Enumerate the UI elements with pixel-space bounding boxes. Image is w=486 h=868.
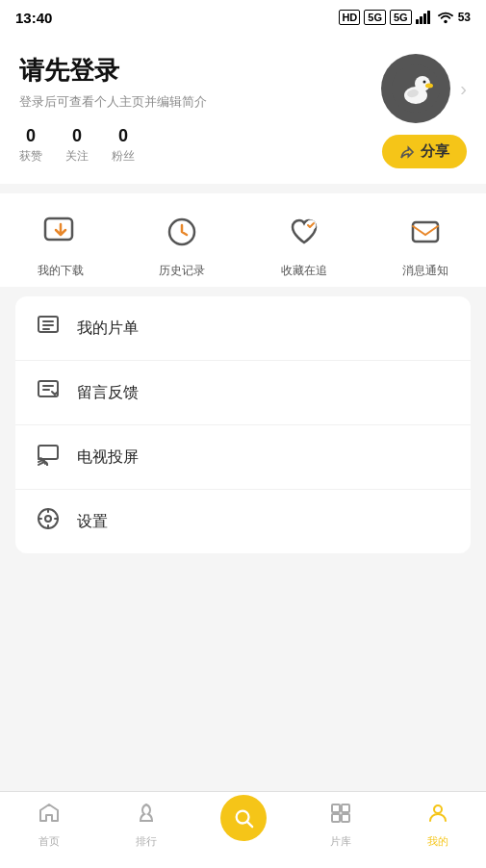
stat-likes: 0 获赞 (19, 126, 42, 165)
search-button[interactable] (220, 795, 267, 841)
menu-cast-label: 电视投屏 (77, 447, 139, 468)
avatar[interactable] (381, 54, 450, 123)
svg-line-28 (247, 822, 252, 827)
svg-point-22 (45, 516, 51, 522)
nav-ranking[interactable]: 排行 (97, 802, 194, 849)
profile-subtitle: 登录后可查看个人主页并编辑简介 (19, 93, 381, 111)
menu-item-playlist[interactable]: 我的片单 (15, 296, 471, 361)
search-icon (233, 807, 254, 829)
action-download[interactable]: 我的下载 (0, 209, 121, 279)
nav-mine[interactable]: 我的 (389, 802, 486, 849)
signal-icon (416, 11, 433, 24)
status-icons: HD 5G 5G 53 (339, 10, 471, 25)
nav-home[interactable]: 首页 (0, 802, 97, 849)
messages-label: 消息通知 (402, 263, 448, 279)
share-label: 分享 (421, 142, 449, 161)
favorites-icon (281, 209, 327, 255)
5g-icon-2: 5G (390, 10, 412, 25)
svg-rect-32 (342, 814, 349, 822)
nav-search[interactable] (194, 810, 292, 841)
svg-rect-20 (38, 446, 58, 459)
svg-rect-31 (332, 814, 340, 822)
nav-mine-label: 我的 (427, 834, 448, 849)
svg-rect-0 (416, 19, 419, 24)
svg-rect-1 (420, 16, 422, 24)
stat-fans-number: 0 (112, 126, 135, 146)
svg-rect-29 (332, 804, 340, 812)
nav-home-label: 首页 (38, 834, 60, 849)
nav-ranking-label: 排行 (136, 834, 157, 849)
svg-point-8 (425, 84, 433, 89)
cast-icon (35, 443, 62, 472)
bottom-nav: 首页 排行 片库 (0, 791, 486, 868)
menu-section: 我的片单 留言反馈 电视投屏 (15, 296, 471, 553)
quick-actions: 我的下载 历史记录 收藏在追 消息通知 (0, 193, 486, 287)
stat-fans-label: 粉丝 (112, 148, 135, 165)
status-time: 13:40 (15, 10, 52, 26)
menu-feedback-label: 留言反馈 (77, 383, 139, 403)
profile-right: › 分享 (381, 54, 467, 168)
menu-item-feedback[interactable]: 留言反馈 (15, 361, 471, 425)
battery-icon: 53 (458, 11, 471, 24)
svg-rect-30 (342, 804, 349, 812)
action-favorites[interactable]: 收藏在追 (243, 209, 365, 279)
feedback-icon (35, 378, 62, 407)
hd-icon: HD (339, 10, 360, 25)
history-label: 历史记录 (159, 263, 205, 279)
mine-icon (426, 802, 449, 830)
favorites-label: 收藏在追 (281, 263, 327, 279)
menu-item-cast[interactable]: 电视投屏 (15, 425, 471, 490)
history-icon (159, 209, 205, 255)
nav-library-label: 片库 (330, 834, 351, 849)
stat-fans: 0 粉丝 (112, 126, 135, 165)
stat-following-label: 关注 (65, 148, 89, 165)
download-icon (38, 209, 84, 255)
stat-likes-label: 获赞 (19, 148, 42, 165)
library-icon (329, 802, 352, 830)
5g-icon-1: 5G (364, 10, 386, 25)
status-bar: 13:40 HD 5G 5G 53 (0, 0, 486, 35)
svg-rect-11 (45, 218, 72, 240)
ranking-icon (135, 802, 158, 830)
share-icon (399, 144, 415, 160)
wifi-icon (437, 11, 454, 24)
svg-point-33 (434, 805, 442, 813)
svg-rect-14 (413, 222, 438, 242)
playlist-icon (35, 314, 62, 343)
menu-playlist-label: 我的片单 (77, 319, 139, 339)
stat-following: 0 关注 (65, 126, 89, 165)
svg-rect-3 (427, 11, 430, 24)
home-icon (38, 802, 61, 830)
profile-title[interactable]: 请先登录 (19, 54, 381, 88)
svg-point-9 (423, 81, 426, 84)
duck-icon (392, 64, 440, 113)
menu-settings-label: 设置 (77, 512, 108, 532)
action-history[interactable]: 历史记录 (121, 209, 243, 279)
profile-section: 请先登录 登录后可查看个人主页并编辑简介 0 获赞 0 关注 0 粉丝 (0, 35, 486, 184)
share-button[interactable]: 分享 (382, 135, 467, 168)
action-messages[interactable]: 消息通知 (365, 209, 486, 279)
download-label: 我的下载 (38, 263, 84, 279)
nav-library[interactable]: 片库 (292, 802, 389, 849)
messages-icon (402, 209, 448, 255)
svg-point-4 (444, 20, 448, 24)
stat-likes-number: 0 (19, 126, 42, 146)
profile-stats: 0 获赞 0 关注 0 粉丝 (19, 126, 381, 165)
svg-rect-2 (423, 13, 426, 24)
chevron-icon: › (460, 78, 467, 100)
profile-left: 请先登录 登录后可查看个人主页并编辑简介 0 获赞 0 关注 0 粉丝 (19, 54, 381, 165)
menu-item-settings[interactable]: 设置 (15, 490, 471, 553)
stat-following-number: 0 (65, 126, 89, 146)
avatar-row[interactable]: › (381, 54, 467, 123)
settings-icon (35, 507, 62, 536)
